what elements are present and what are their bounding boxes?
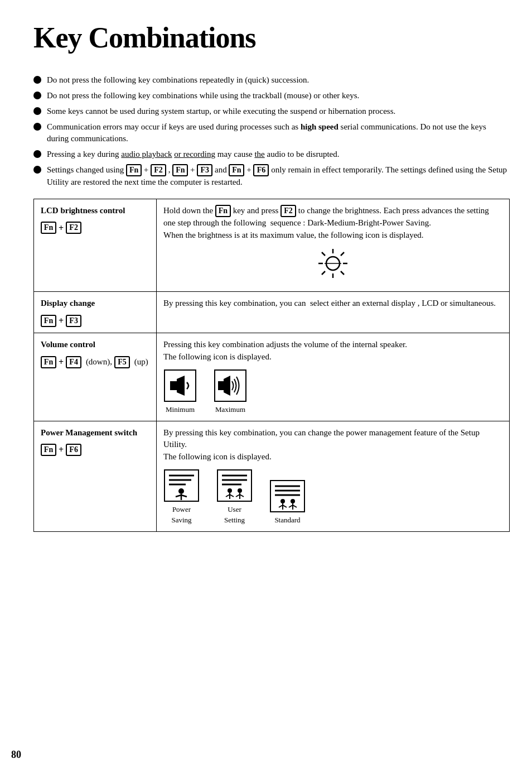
f3-key-display: F3 bbox=[66, 315, 81, 327]
bullet-item-1: Do not press the following key combinati… bbox=[33, 74, 510, 87]
table-row-power: Power Management switch Fn + F6 By press… bbox=[34, 421, 510, 531]
svg-line-43 bbox=[283, 505, 287, 507]
f2-inline: F2 bbox=[280, 205, 296, 217]
f6-key-power: F6 bbox=[66, 444, 81, 456]
power-saving-wrap: PowerSaving bbox=[163, 469, 200, 526]
speaker-max-wrap: Maximum bbox=[214, 369, 247, 415]
fn-inline: Fn bbox=[215, 205, 231, 217]
bullet-dot bbox=[33, 123, 41, 131]
bullet-text-6: Settings changed using Fn + F2 , Fn + F3… bbox=[47, 164, 510, 189]
speaker-max-icon bbox=[214, 369, 247, 402]
svg-line-22 bbox=[176, 495, 181, 497]
fn-key-3: Fn bbox=[229, 164, 244, 176]
f2-key-1: F2 bbox=[151, 164, 166, 176]
bullet-item-6: Settings changed using Fn + F2 , Fn + F3… bbox=[33, 164, 510, 189]
bullet-text-1: Do not press the following key combinati… bbox=[47, 74, 510, 87]
svg-line-8 bbox=[322, 271, 325, 275]
speaker-min-icon bbox=[163, 369, 197, 402]
volume-right-cell: Pressing this key combination adjusts th… bbox=[157, 333, 510, 421]
svg-line-6 bbox=[341, 271, 344, 275]
lcd-keys: Fn + F2 bbox=[41, 222, 149, 234]
f2-key-lcd: F2 bbox=[66, 222, 81, 234]
lcd-desc: Hold down the Fn key and press F2 to cha… bbox=[163, 206, 489, 239]
table-row-volume: Volume control Fn + F4 (down), F5 (up) P… bbox=[34, 333, 510, 421]
speaker-max-label: Maximum bbox=[215, 405, 245, 415]
fn-key-volume: Fn bbox=[41, 356, 56, 368]
speaker-min-wrap: Minimum bbox=[163, 369, 197, 415]
bullet-text-5: Pressing a key during audio playback or … bbox=[47, 148, 510, 161]
lcd-right-cell: Hold down the Fn key and press F2 to cha… bbox=[157, 199, 510, 292]
fn-key-1: Fn bbox=[126, 164, 142, 176]
user-setting-wrap: UserSetting bbox=[216, 469, 253, 526]
bullet-dot bbox=[33, 150, 41, 158]
table-row-display: Display change Fn + F3 By pressing this … bbox=[34, 292, 510, 333]
bullet-item-4: Communication errors may occur if keys a… bbox=[33, 121, 510, 146]
volume-left-cell: Volume control Fn + F4 (down), F5 (up) bbox=[34, 333, 157, 421]
power-desc: By pressing this key combination, you ca… bbox=[163, 428, 480, 462]
svg-line-23 bbox=[181, 495, 187, 497]
svg-line-31 bbox=[230, 494, 234, 497]
bullet-dot bbox=[33, 76, 41, 84]
bullet-text-4: Communication errors may occur if keys a… bbox=[47, 121, 510, 146]
fn-key-power: Fn bbox=[41, 444, 56, 456]
lcd-left-cell: LCD brightness control Fn + F2 bbox=[34, 199, 157, 292]
plus-lcd: + bbox=[59, 222, 64, 234]
standard-icon bbox=[269, 479, 306, 513]
standard-label: Standard bbox=[274, 515, 300, 526]
bullet-item-5: Pressing a key during audio playback or … bbox=[33, 148, 510, 161]
bullet-dot bbox=[33, 107, 41, 115]
fn-key-lcd: Fn bbox=[41, 222, 56, 234]
speaker-min-label: Minimum bbox=[166, 405, 195, 415]
power-keys: Fn + F6 bbox=[41, 443, 149, 456]
svg-marker-15 bbox=[224, 376, 230, 396]
plus-display: + bbox=[59, 314, 64, 327]
power-title: Power Management switch bbox=[41, 427, 149, 439]
svg-rect-36 bbox=[270, 481, 304, 512]
display-left-cell: Display change Fn + F3 bbox=[34, 292, 157, 333]
svg-line-42 bbox=[279, 505, 283, 507]
svg-line-35 bbox=[240, 494, 244, 497]
fn-key-2: Fn bbox=[172, 164, 188, 176]
volume-title: Volume control bbox=[41, 339, 149, 351]
up-label: (up) bbox=[132, 356, 148, 368]
sun-icon bbox=[316, 247, 350, 280]
display-title: Display change bbox=[41, 297, 149, 310]
key-combinations-table: LCD brightness control Fn + F2 Hold down… bbox=[33, 199, 510, 532]
down-label: (down), bbox=[84, 356, 112, 368]
svg-line-7 bbox=[341, 252, 344, 256]
bullet-dot bbox=[33, 92, 41, 99]
display-desc: By pressing this key combination, you ca… bbox=[163, 299, 496, 308]
table-row-lcd: LCD brightness control Fn + F2 Hold down… bbox=[34, 199, 510, 292]
bullet-text-2: Do not press the following key combinati… bbox=[47, 90, 510, 102]
svg-line-5 bbox=[322, 252, 325, 256]
power-saving-icon bbox=[163, 469, 200, 502]
lcd-title: LCD brightness control bbox=[41, 205, 149, 217]
svg-point-32 bbox=[238, 488, 242, 493]
power-icons-row: PowerSaving bbox=[163, 469, 502, 526]
fn-key-display: Fn bbox=[41, 315, 56, 327]
volume-desc: Pressing this key combination adjusts th… bbox=[163, 340, 407, 361]
power-left-cell: Power Management switch Fn + F6 bbox=[34, 421, 157, 531]
svg-rect-11 bbox=[170, 381, 177, 390]
f4-key-volume: F4 bbox=[66, 356, 81, 368]
user-setting-label: UserSetting bbox=[224, 505, 245, 526]
svg-point-28 bbox=[228, 488, 232, 493]
svg-line-30 bbox=[226, 494, 230, 497]
display-keys: Fn + F3 bbox=[41, 314, 149, 327]
f3-key-1: F3 bbox=[197, 164, 212, 176]
svg-marker-12 bbox=[177, 376, 185, 396]
f5-key-volume: F5 bbox=[114, 356, 130, 368]
page-number: 80 bbox=[11, 747, 21, 762]
bullet-text-3: Some keys cannot be used during system s… bbox=[47, 105, 510, 118]
bullet-list: Do not press the following key combinati… bbox=[33, 74, 510, 188]
svg-line-34 bbox=[236, 494, 240, 497]
svg-line-46 bbox=[289, 505, 293, 507]
svg-point-40 bbox=[280, 499, 285, 503]
display-right-cell: By pressing this key combination, you ca… bbox=[157, 292, 510, 333]
speaker-icons-row: Minimum Maximum bbox=[163, 369, 502, 415]
svg-line-47 bbox=[293, 505, 297, 507]
bullet-dot bbox=[33, 166, 41, 174]
svg-rect-24 bbox=[217, 470, 252, 501]
page-title: Key Combinations bbox=[33, 17, 510, 59]
power-right-cell: By pressing this key combination, you ca… bbox=[157, 421, 510, 531]
